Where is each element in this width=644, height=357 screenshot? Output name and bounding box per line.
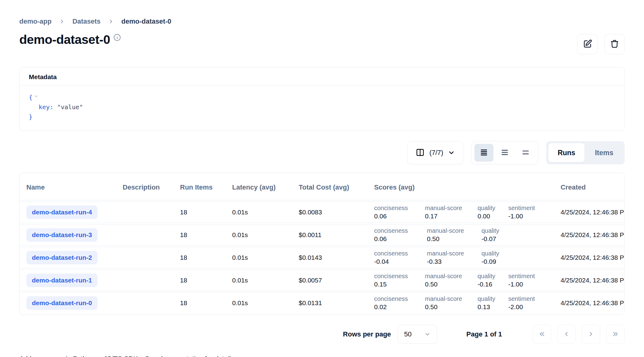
score-value: 0.50 [427,235,481,243]
score-conciseness: conciseness0.02 [374,295,425,311]
run-name-link[interactable]: demo-dataset-run-3 [26,228,98,242]
score-quality: quality-0.09 [481,250,513,265]
metadata-card: Metadata { key: "value" } [19,67,625,131]
score-manual-score: manual-score-0.33 [427,250,481,265]
total-cost-cell: $0.0011 [294,224,369,246]
score-conciseness: conciseness0.06 [374,205,425,220]
json-collapse-chevron-icon[interactable] [34,94,39,99]
score-value: 0.13 [477,303,508,311]
metadata-card-title: Metadata [20,67,624,86]
chevron-right-icon [108,18,114,25]
table-toolbar: (7/7) Runs Ite [19,141,625,164]
chevrons-left-icon [538,330,546,339]
trash-icon [610,39,619,50]
run-name-link[interactable]: demo-dataset-run-0 [26,296,98,310]
score-label: conciseness [374,250,427,257]
chevron-right-icon [59,18,65,25]
score-value: -0.09 [481,258,513,265]
score-label: manual-score [425,205,478,212]
scores-cell-content: conciseness0.15manual-score0.50quality-0… [374,273,553,288]
latency-cell: 0.01s [227,292,294,313]
row-height-small-button[interactable] [474,144,493,162]
description-cell [118,202,175,223]
column-visibility-button[interactable]: (7/7) [407,141,463,164]
json-line-key-value: key: "value" [29,102,615,112]
columns-icon [416,148,425,158]
rows-per-page-select[interactable]: 50 [398,325,437,344]
run-items-cell: 18 [175,292,227,313]
score-quality: quality0.00 [477,205,508,220]
info-circle-icon[interactable] [113,33,121,43]
table-row: demo-dataset-run-4 18 0.01s $0.0083 conc… [20,202,624,223]
page-header: demo-dataset-0 [19,33,625,54]
score-value: 0.06 [374,213,425,220]
row-height-large-button[interactable] [516,144,535,162]
scores-cell-content: conciseness0.06manual-score0.17quality0.… [374,205,553,220]
pagination-bar: Rows per page 50 Page 1 of 1 [19,325,625,344]
breadcrumb-item-project[interactable]: demo-app [19,17,52,25]
description-cell [118,270,175,291]
column-header-created: Created [556,174,624,200]
rows-per-page-value: 50 [404,330,412,338]
edit-dataset-button[interactable] [577,34,598,54]
score-label: conciseness [374,273,425,280]
delete-dataset-button[interactable] [604,34,625,54]
run-name-link[interactable]: demo-dataset-run-2 [26,251,98,264]
score-value: 0.15 [374,281,425,288]
score-value: -0.33 [427,258,481,265]
first-page-button[interactable] [533,325,551,344]
score-label: conciseness [374,227,427,234]
table-header-row: Name Description Run Items Latency (avg)… [20,174,624,200]
score-manual-score: manual-score0.50 [425,273,478,288]
total-cost-cell: $0.0083 [294,202,369,223]
json-line-close: } [29,112,615,122]
score-value: 0.02 [374,303,425,311]
rows-loose-icon [521,148,530,158]
scores-cell-content: conciseness0.06manual-score0.50quality-0… [374,227,553,243]
run-items-cell: 18 [175,270,227,291]
run-name-link[interactable]: demo-dataset-run-1 [26,274,98,287]
column-visibility-count: (7/7) [429,149,443,157]
sdk-hint-after: for details. [203,355,236,357]
column-header-name: Name [20,174,118,200]
score-quality: quality-0.16 [477,273,508,288]
sdk-hint-before: Add new runs via Python or JS/TS SDKs. S… [19,355,159,357]
header-actions [577,34,625,54]
next-page-button[interactable] [582,325,600,344]
runs-items-tab-group: Runs Items [546,141,625,164]
pagination-nav-buttons [533,325,625,344]
scores-cell-content: conciseness-0.04manual-score-0.33quality… [374,250,553,265]
description-cell [118,224,175,246]
scores-cell: conciseness0.15manual-score0.50quality-0… [369,270,556,291]
run-items-cell: 18 [175,202,227,223]
tab-items[interactable]: Items [586,143,623,162]
score-value: -2.00 [508,303,553,311]
scores-cell: conciseness-0.04manual-score-0.33quality… [369,247,556,268]
score-value: -1.00 [508,213,553,220]
score-value: 0.17 [425,213,478,220]
chevrons-right-icon [611,330,619,339]
created-cell: 4/25/2024, 12:46:38 PM [556,247,624,268]
last-page-button[interactable] [606,325,625,344]
documentation-link[interactable]: documentation [159,355,203,357]
page-indicator: Page 1 of 1 [466,330,502,338]
created-cell: 4/25/2024, 12:46:38 PM [556,292,624,313]
tab-runs[interactable]: Runs [548,143,585,162]
score-label: quality [477,273,508,280]
score-label: quality [477,295,508,302]
previous-page-button[interactable] [557,325,576,344]
run-name-link[interactable]: demo-dataset-run-4 [26,205,98,219]
chevron-down-icon [424,331,431,337]
table-row: demo-dataset-run-3 18 0.01s $0.0011 conc… [20,224,624,246]
json-line-open: { [29,92,615,102]
score-label: manual-score [425,273,478,280]
score-label: quality [481,227,513,234]
score-conciseness: conciseness0.15 [374,273,425,288]
score-value: -0.04 [374,258,427,265]
score-conciseness: conciseness0.06 [374,227,427,243]
chevron-right-icon [587,330,595,339]
score-label: sentiment [508,295,553,302]
breadcrumb-item-datasets[interactable]: Datasets [72,17,101,25]
score-sentiment: sentiment-1.00 [508,205,553,220]
row-height-medium-button[interactable] [495,144,514,162]
